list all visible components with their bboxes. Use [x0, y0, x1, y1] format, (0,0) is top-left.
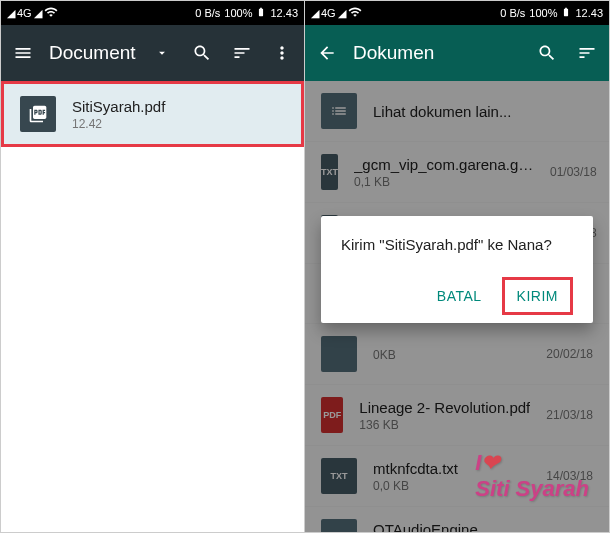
cancel-button[interactable]: BATAL	[425, 277, 494, 315]
screen-whatsapp-document: ◢ 4G ◢ 0 B/s 100% 12.43 Dokumen Lihat do…	[305, 1, 609, 532]
status-bar: ◢ 4G ◢ 0 B/s 100% 12.43	[305, 1, 609, 25]
battery-label: 100%	[224, 7, 252, 19]
watermark: I❤Siti Syarah	[475, 450, 589, 502]
network-label: 4G	[321, 7, 336, 19]
send-button[interactable]: KIRIM	[502, 277, 573, 315]
speed-label: 0 B/s	[195, 7, 220, 19]
file-name: SitiSyarah.pdf	[72, 98, 285, 115]
time-label: 12.43	[575, 7, 603, 19]
back-icon[interactable]	[317, 43, 337, 63]
pdf-icon	[20, 96, 56, 132]
screen-document-picker: ◢ 4G ◢ 0 B/s 100% 12.43 Document SitiSya…	[1, 1, 305, 532]
appbar-title: Document	[49, 42, 136, 64]
app-bar: Document	[1, 25, 304, 81]
wifi-icon	[348, 5, 362, 21]
speed-label: 0 B/s	[500, 7, 525, 19]
signal-icon: ◢	[34, 7, 42, 20]
status-bar: ◢ 4G ◢ 0 B/s 100% 12.43	[1, 1, 304, 25]
signal-icon: ◢	[7, 7, 15, 20]
battery-label: 100%	[529, 7, 557, 19]
signal-icon: ◢	[311, 7, 319, 20]
dialog-message: Kirim "SitiSyarah.pdf" ke Nana?	[341, 236, 573, 253]
menu-icon[interactable]	[13, 43, 33, 63]
battery-icon	[256, 5, 266, 21]
battery-icon	[561, 5, 571, 21]
dropdown-icon[interactable]	[152, 43, 172, 63]
sort-icon[interactable]	[232, 43, 252, 63]
send-confirm-dialog: Kirim "SitiSyarah.pdf" ke Nana? BATAL KI…	[321, 216, 593, 323]
search-icon[interactable]	[192, 43, 212, 63]
more-icon[interactable]	[272, 43, 292, 63]
search-icon[interactable]	[537, 43, 557, 63]
app-bar: Dokumen	[305, 25, 609, 81]
network-label: 4G	[17, 7, 32, 19]
file-item-pdf[interactable]: SitiSyarah.pdf 12.42	[1, 81, 304, 147]
sort-icon[interactable]	[577, 43, 597, 63]
file-time: 12.42	[72, 117, 285, 131]
wifi-icon	[44, 5, 58, 21]
appbar-title: Dokumen	[353, 42, 521, 64]
file-list: SitiSyarah.pdf 12.42	[1, 81, 304, 532]
signal-icon: ◢	[338, 7, 346, 20]
time-label: 12.43	[270, 7, 298, 19]
